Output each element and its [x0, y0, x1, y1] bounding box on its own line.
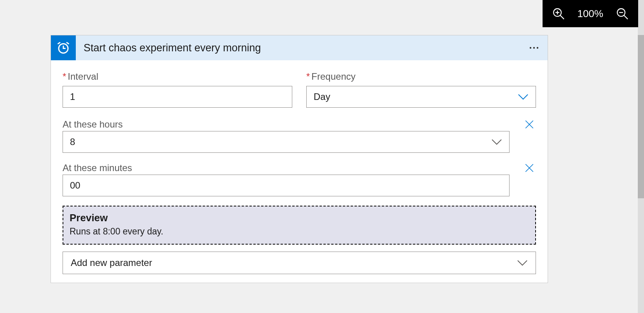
- frequency-label: *Frequency: [306, 71, 536, 82]
- recurrence-card: Start chaos experiment every morning *In…: [51, 35, 548, 283]
- scrollbar[interactable]: [638, 0, 644, 313]
- remove-hours-button[interactable]: [523, 118, 536, 131]
- interval-input[interactable]: [63, 86, 292, 108]
- minutes-label: At these minutes: [63, 163, 132, 173]
- svg-point-12: [537, 47, 538, 49]
- hours-label: At these hours: [63, 119, 123, 130]
- zoom-toolbar: 100%: [543, 0, 639, 27]
- chevron-down-icon: [491, 139, 502, 145]
- remove-minutes-button[interactable]: [523, 161, 536, 175]
- preview-box: Preview Runs at 8:00 every day.: [63, 206, 536, 245]
- chevron-down-icon: [518, 94, 529, 100]
- frequency-select[interactable]: Day: [306, 86, 536, 108]
- card-menu-button[interactable]: [529, 46, 548, 49]
- zoom-in-icon[interactable]: [552, 7, 565, 20]
- scrollbar-thumb[interactable]: [638, 35, 644, 198]
- svg-point-11: [533, 47, 535, 49]
- card-body: *Interval *Frequency Day At these hours: [51, 60, 548, 283]
- frequency-value: Day: [314, 91, 330, 102]
- chevron-down-icon: [517, 260, 528, 266]
- hours-select[interactable]: 8: [63, 131, 510, 153]
- hours-value: 8: [70, 136, 75, 147]
- card-title: Start chaos experiment every morning: [76, 42, 529, 54]
- add-parameter-label: Add new parameter: [71, 257, 152, 268]
- zoom-out-icon[interactable]: [616, 7, 629, 20]
- zoom-level: 100%: [578, 8, 604, 20]
- svg-line-5: [624, 16, 628, 19]
- svg-point-10: [530, 47, 531, 49]
- add-parameter-select[interactable]: Add new parameter: [63, 252, 536, 274]
- preview-text: Runs at 8:00 every day.: [70, 226, 529, 237]
- interval-label: *Interval: [63, 71, 292, 82]
- svg-line-1: [560, 16, 564, 19]
- preview-title: Preview: [70, 212, 529, 224]
- clock-icon: [51, 35, 76, 60]
- card-header[interactable]: Start chaos experiment every morning: [51, 35, 548, 60]
- minutes-input[interactable]: [63, 175, 510, 196]
